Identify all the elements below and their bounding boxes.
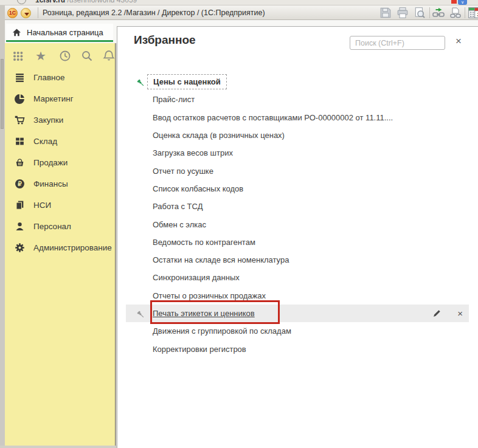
favorite-label: Ввод остатков расчетов с поставщиками РО… [153,113,393,122]
go-to-link-button[interactable] [432,7,445,19]
divider [429,7,430,18]
history-icon[interactable] [58,49,72,63]
notifications-bell-icon[interactable] [102,49,116,63]
favorite-label: Отчет по усушке [153,167,213,176]
background-scrollbar-thumb [1,59,4,129]
list-item[interactable]: Прайс-лист [126,91,469,108]
quick-access-row: ★ [5,48,116,65]
sidebar-item-sales[interactable]: Продажи [5,152,116,173]
list-item-highlighted[interactable]: Печать этикеток и ценников × [126,305,469,322]
favorite-label: Обмен с элкас [153,220,206,229]
pie-chart-icon [15,94,25,104]
list-item[interactable]: Ведомость по контрагентам [126,233,469,251]
list-item[interactable]: Обмен с элкас [126,215,469,233]
favorite-label: Список колбасных кодов [153,184,243,193]
background-close-button [451,0,457,4]
go-to-link-icon [432,7,445,19]
list-item[interactable]: Ввод остатков расчетов с поставщиками РО… [126,109,469,126]
stacked-docs-icon [15,200,25,210]
sidebar-item-main[interactable]: Главное [5,67,116,88]
list-item[interactable]: Цены с наценкой [126,73,469,91]
list-item[interactable]: Отчеты о розничных продажах [126,287,469,305]
background-bottom-frame [0,446,116,448]
background-browser-strip: 1clsrv.ru /userinfo/world 43059 ∨ [0,0,478,5]
list-item[interactable]: Синхронизация данных [126,269,469,286]
sidebar-menu: Главное Маркетинг Закупки Склад Продажи … [5,67,116,258]
sidebar-item-finance[interactable]: ₽ Финансы [5,173,116,195]
titlebar: 1С Розница, редакция 2.2 /Магазин / Дире… [5,5,478,20]
main-menu-button[interactable] [21,8,31,18]
background-left-frame [0,5,5,448]
sidebar-item-nsi[interactable]: НСИ [5,195,116,216]
sidebar-item-label: Персонал [33,222,71,231]
edit-pencil-icon[interactable] [432,309,442,318]
background-window-icon: ∨ [458,0,467,5]
get-link-button[interactable] [449,7,462,19]
favorite-label: Работа с ТСД [153,202,203,211]
calendar-icon: 31 [474,7,478,19]
window-title: Розница, редакция 2.2 /Магазин / Директо… [43,5,265,20]
favorite-label: Синхронизация данных [153,273,240,282]
shopping-cart-icon [15,115,25,125]
ruble-circle-icon: ₽ [15,179,25,189]
sidebar-item-label: Продажи [33,158,68,167]
sidebar-item-label: Склад [33,137,57,146]
active-tab-underline [6,40,113,42]
tab-home-page[interactable]: Начальная страница [6,24,113,41]
list-item[interactable]: Движения с группировкой по складам [126,322,469,340]
globe-icon [17,0,26,4]
favorites-star-icon[interactable]: ★ [35,49,49,63]
sidebar-item-personnel[interactable]: Персонал [5,216,116,237]
menu-lines-icon [15,72,25,83]
favorite-label: Остатки на складе вся номенклатура [153,255,289,264]
list-item[interactable]: Корректировки регистров [126,340,469,357]
search-input[interactable] [350,36,445,50]
favorite-label: Движения с группировкой по складам [153,326,291,336]
save-button[interactable] [379,7,392,19]
panel-close-button[interactable]: × [451,34,466,49]
row-actions: × [432,309,469,318]
calendar-button[interactable]: 31 [474,7,478,19]
search-icon[interactable] [80,49,94,63]
favorite-label: Загрузка весов штрих [153,148,233,157]
chevron-down-icon [24,13,29,16]
favorite-label: Оценка склада (в розничных ценах) [153,131,285,140]
list-item[interactable]: Оценка склада (в розничных ценах) [126,126,469,144]
sidebar-item-label: Администрирование [33,243,112,252]
gear-icon [15,243,25,253]
page-title: Избранное [134,33,196,47]
list-item[interactable]: Остатки на складе вся номенклатура [126,251,469,269]
list-item[interactable]: Работа с ТСД [126,198,469,215]
1c-logo: 1С [7,8,18,18]
tab-home-label: Начальная страница [27,28,103,37]
background-address-text: 1clsrv.ru /userinfo/world 43059 [35,0,137,4]
sidebar-item-administration[interactable]: Администрирование [5,237,116,258]
basket-icon [15,157,25,168]
print-icon [397,7,409,19]
favorite-label: Ведомость по контрагентам [153,238,255,247]
sidebar-item-label: НСИ [33,201,51,210]
warehouse-boxes-icon [15,136,25,146]
favorite-label: Прайс-лист [153,95,195,104]
sidebar-item-warehouse[interactable]: Склад [5,131,116,152]
print-preview-icon [414,7,426,19]
apps-grid-icon[interactable] [12,49,26,63]
svg-text:₽: ₽ [18,181,22,187]
print-preview-button[interactable] [414,7,426,19]
favorite-label: Корректировки регистров [153,345,246,354]
divider [465,7,465,18]
favorites-list: Цены с наценкой Прайс-лист Ввод остатков… [117,73,478,358]
remove-favorite-button[interactable]: × [457,309,463,318]
favorite-label: Печать этикеток и ценников [153,309,255,318]
save-icon [379,7,392,19]
print-button[interactable] [397,7,409,19]
list-item[interactable]: Отчет по усушке [126,162,469,179]
sidebar-item-purchases[interactable]: Закупки [5,109,116,131]
pin-icon-gray[interactable] [136,309,153,318]
favorite-label: Цены с наценкой [147,74,227,89]
sidebar-item-marketing[interactable]: Маркетинг [5,88,116,109]
get-link-icon [449,7,462,19]
list-item[interactable]: Список колбасных кодов [126,180,469,198]
list-item[interactable]: Загрузка весов штрих [126,144,469,162]
sidebar-item-label: Главное [33,73,65,82]
